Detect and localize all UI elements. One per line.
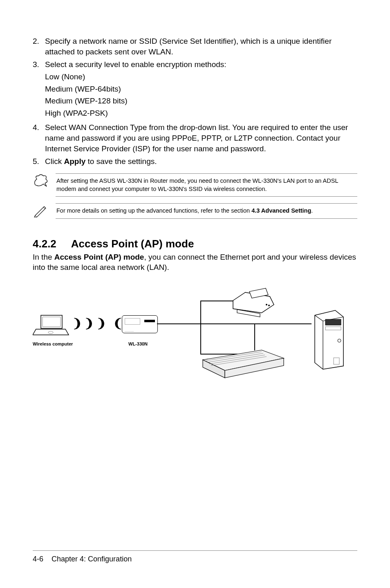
device-logo	[144, 320, 155, 322]
section-title-text: Access Point (AP) mode	[71, 238, 194, 250]
para-prefix: In the	[33, 253, 54, 261]
wl330n-device-icon: ________	[122, 315, 158, 333]
svg-rect-9	[325, 319, 341, 325]
apply-bold: Apply	[64, 157, 85, 166]
list-text: Click Apply to save the settings.	[45, 156, 357, 167]
wl330n-label: WL-330N	[128, 341, 148, 346]
list-number: 2.	[33, 36, 45, 57]
list-number: 5.	[33, 156, 45, 167]
svg-point-4	[268, 305, 270, 306]
connector-line	[200, 301, 201, 354]
chapter-label: Chapter 4: Configuration	[52, 555, 132, 563]
text-suffix: to save the settings.	[85, 157, 157, 166]
svg-line-1	[43, 207, 45, 209]
network-diagram: ❩ ❩ ❩ ❨ ❨ ❨ ________ Wireless computer W…	[33, 284, 357, 391]
connector-line	[200, 323, 255, 324]
sub-option-high: High (WPA2-PSK)	[45, 108, 357, 119]
page-footer: 4-6 Chapter 4: Configuration	[33, 550, 357, 563]
list-item-2: 2. Specify a network name or SSID (Servi…	[33, 36, 357, 57]
wireless-computer-label: Wireless computer	[33, 341, 73, 346]
connector-line	[157, 323, 201, 324]
list-item-4: 4. Select WAN Connection Type from the d…	[33, 122, 357, 154]
sub-option-medium-64: Medium (WEP-64bits)	[45, 84, 357, 94]
connector-line	[254, 323, 255, 337]
sub-option-low: Low (None)	[45, 72, 357, 82]
connector-line	[254, 323, 312, 324]
laptop-icon	[33, 313, 69, 337]
warning-note: After setting the ASUS WL-330N in Router…	[33, 173, 357, 197]
list-text: Select WAN Connection Type from the drop…	[45, 122, 357, 154]
warning-icon	[33, 173, 49, 188]
warning-text: After setting the ASUS WL-330N in Router…	[56, 173, 357, 197]
note-suffix: .	[311, 207, 313, 214]
list-number: 3.	[33, 59, 45, 120]
network-switch-icon	[200, 348, 286, 380]
sub-option-medium-128: Medium (WEP-128 bits)	[45, 96, 357, 106]
list-body: Select a security level to enable encryp…	[45, 59, 357, 120]
waves-right: ❩ ❩ ❩	[72, 316, 105, 330]
device-port-label: ________	[125, 329, 134, 332]
section-number: 4.2.2	[33, 238, 56, 250]
list-number: 4.	[33, 122, 45, 154]
para-bold: Access Point (AP) mode	[54, 253, 144, 261]
list-item-5: 5. Click Apply to save the settings.	[33, 156, 357, 167]
info-note: For more details on setting up the advan…	[33, 203, 357, 219]
device-panel	[125, 318, 140, 325]
list-text: Select a security level to enable encryp…	[45, 59, 357, 70]
list-text: Specify a network name or SSID (Service …	[45, 36, 357, 57]
svg-point-3	[266, 304, 267, 305]
pc-tower-icon	[311, 309, 347, 370]
section-paragraph: In the Access Point (AP) mode, you can c…	[33, 252, 357, 273]
note-prefix: For more details on setting up the advan…	[56, 207, 251, 214]
pencil-icon	[33, 203, 49, 218]
info-text: For more details on setting up the advan…	[56, 203, 357, 219]
text-prefix: Click	[45, 157, 64, 166]
printer-icon	[229, 284, 278, 321]
page-number: 4-6	[33, 555, 43, 563]
section-heading: 4.2.2Access Point (AP) mode	[33, 238, 357, 250]
note-bold: 4.3 Advanced Setting	[251, 207, 311, 214]
list-item-3: 3. Select a security level to enable enc…	[33, 59, 357, 120]
